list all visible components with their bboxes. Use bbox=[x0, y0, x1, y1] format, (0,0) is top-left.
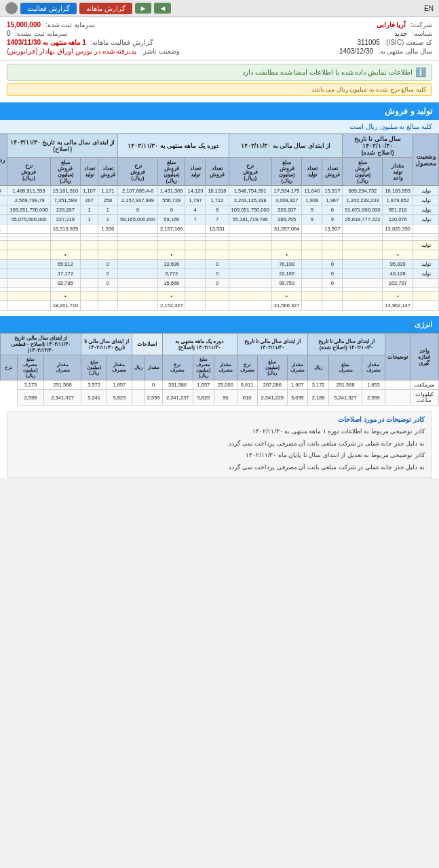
list-item: به دلیل حذر جابه عملی در شرکت مبلغی بابت… bbox=[14, 462, 425, 474]
nav-prev-button[interactable]: ◄ bbox=[154, 3, 171, 14]
th-prod-count-2: تعدادتولید bbox=[302, 158, 322, 186]
data-cell bbox=[117, 241, 157, 250]
status-cell bbox=[413, 301, 439, 311]
table-row: •••• bbox=[0, 292, 439, 301]
th-e-unit: واحداندازهگیری bbox=[410, 334, 438, 380]
data-cell: 0 bbox=[322, 269, 343, 279]
energy-desc-cell bbox=[385, 390, 410, 406]
data-cell bbox=[0, 269, 7, 279]
activity-report-button[interactable]: گزارش فعالیت bbox=[20, 3, 77, 14]
energy-data-cell: 3,035 bbox=[287, 390, 307, 406]
data-cell bbox=[302, 269, 322, 279]
energy-data-cell: 2,189 bbox=[308, 390, 329, 406]
th-e-col6: از ابتدای سال مالی تاریخ ۱۴۰۲/۱۱/۳۰ (اصل… bbox=[1, 334, 81, 355]
energy-title-text: انرژی bbox=[415, 320, 432, 328]
isic-value: 311005 bbox=[357, 39, 379, 46]
data-cell: 46,128 bbox=[383, 269, 413, 279]
th-e-col4: اصلاحات bbox=[132, 334, 162, 355]
table-row: مترمکعب1,653251,5683,1721,907287,2868,61… bbox=[1, 380, 439, 390]
energy-data-cell: 3,172 bbox=[308, 380, 329, 390]
table-row: تولید bbox=[0, 241, 439, 250]
energy-data-cell: 5,825 bbox=[107, 390, 132, 406]
data-cell: 2,157,937,989 bbox=[117, 196, 157, 205]
th-rate-3: نرخفروش(ریال) bbox=[117, 158, 157, 186]
alert-bar: ℹ️ اطلاعات نمایش داده شده با اطلاعات امض… bbox=[7, 64, 432, 81]
data-cell: 0 bbox=[206, 279, 229, 288]
reg-capital-label: سرمایه ثبت شده: bbox=[45, 21, 94, 28]
energy-data-cell bbox=[132, 390, 145, 406]
data-cell: 17,534,175 bbox=[271, 186, 302, 196]
data-cell bbox=[322, 292, 343, 301]
th-e-sub2: مبلغمصرف bbox=[329, 355, 362, 380]
main-content: شرکت: آریا فارابی سرمایه ثبت شده: 15,000… bbox=[0, 17, 439, 478]
energy-data-cell: 2,599 bbox=[145, 390, 162, 406]
energy-data-cell: 2,599 bbox=[362, 390, 385, 406]
th-sale-count-4: تعدادفروش bbox=[98, 158, 117, 186]
data-cell bbox=[98, 301, 117, 311]
status-cell bbox=[413, 292, 439, 301]
data-cell bbox=[7, 292, 50, 301]
data-cell: 22,165 bbox=[271, 269, 302, 279]
data-cell: 1,879,652 bbox=[383, 196, 413, 205]
status-cell: تولید bbox=[413, 241, 439, 250]
data-cell: 91,671,000,000 bbox=[343, 205, 383, 215]
energy-unit-cell: مترمکعب bbox=[410, 380, 438, 390]
data-cell: • bbox=[158, 250, 185, 260]
data-cell: 3,008,327 bbox=[271, 196, 302, 205]
isic: کد صنعت (ISIC): 311005 bbox=[357, 39, 432, 46]
status-cell bbox=[413, 224, 439, 234]
unreg-capital: سرمایه ثبت نشده: 0 bbox=[7, 30, 67, 37]
data-cell: 109,051,750,000 bbox=[229, 205, 271, 215]
data-cell bbox=[117, 279, 157, 288]
energy-data-cell: 5,241 bbox=[81, 390, 107, 406]
data-cell bbox=[343, 292, 383, 301]
unreg-capital-value: 0 bbox=[7, 30, 11, 37]
company-row: شرکت: آریا فارابی سرمایه ثبت شده: 15,000… bbox=[7, 21, 432, 28]
lang-label: EN bbox=[424, 5, 434, 12]
data-cell bbox=[81, 250, 98, 260]
energy-data-cell: 2,341,327 bbox=[43, 390, 81, 406]
th-e-sub1: مقدارمصرف bbox=[362, 355, 385, 380]
data-cell bbox=[81, 269, 98, 279]
th-sale-amt-1: مبلغفروش(میلیونریال) bbox=[343, 158, 383, 186]
data-cell: 76,108 bbox=[271, 260, 302, 269]
data-cell bbox=[0, 260, 7, 269]
data-cell bbox=[7, 301, 50, 311]
data-cell: 0 bbox=[117, 205, 157, 215]
data-cell bbox=[343, 269, 383, 279]
data-cell: 207 bbox=[81, 196, 98, 205]
data-cell: 82,785 bbox=[50, 279, 81, 288]
topbar-right: ◄ ► گزارش ماهانه گزارش فعالیت bbox=[5, 2, 171, 14]
data-cell: 13,907 bbox=[322, 224, 343, 234]
energy-data-cell: 8,611 bbox=[237, 380, 257, 390]
data-cell bbox=[206, 250, 229, 260]
data-cell: 15,317 bbox=[322, 186, 343, 196]
user-icon bbox=[5, 2, 18, 14]
date-row: سال مالی منتهی به: 1403/12/30 وضعیت ناشر… bbox=[7, 47, 432, 55]
th-prod-count-4: تعدادتولید bbox=[81, 158, 98, 186]
data-cell: 7,351,589 bbox=[50, 196, 81, 205]
data-cell: 1,107 bbox=[81, 186, 98, 196]
energy-data-cell: 351,586 bbox=[162, 380, 193, 390]
data-cell: 11,640 bbox=[302, 186, 322, 196]
data-cell: • bbox=[383, 292, 413, 301]
topbar: EN ◄ ► گزارش ماهانه گزارش فعالیت bbox=[0, 0, 439, 17]
data-cell bbox=[7, 269, 50, 279]
data-cell bbox=[322, 301, 343, 311]
data-cell: 1 bbox=[81, 215, 98, 224]
data-cell bbox=[185, 269, 206, 279]
data-cell bbox=[98, 292, 117, 301]
isic-row: کد صنعت (ISIC): 311005 گزارش فعالیت ماها… bbox=[7, 39, 432, 46]
data-cell bbox=[7, 260, 50, 269]
data-cell bbox=[81, 241, 98, 250]
data-cell: 551,216 bbox=[383, 205, 413, 215]
report-value: جدید bbox=[394, 30, 407, 37]
th-e-sub4: مقدارمصرف bbox=[287, 355, 307, 380]
th-year-start: سال مالی تا تاریخ ۱۴۰۲/۱۰/۳۰(اصلاح شده) bbox=[343, 134, 413, 158]
nav-next-button[interactable]: ► bbox=[135, 3, 152, 14]
data-cell: 15,101,910 bbox=[50, 186, 81, 196]
th-e-sub6: نرخمصرف bbox=[237, 355, 257, 380]
note-bar: کلیه مبالغ درج شده به میلیون ریال می باش… bbox=[7, 83, 432, 96]
data-cell: 0 bbox=[98, 269, 117, 279]
monthly-report-button[interactable]: گزارش ماهانه bbox=[79, 3, 132, 14]
